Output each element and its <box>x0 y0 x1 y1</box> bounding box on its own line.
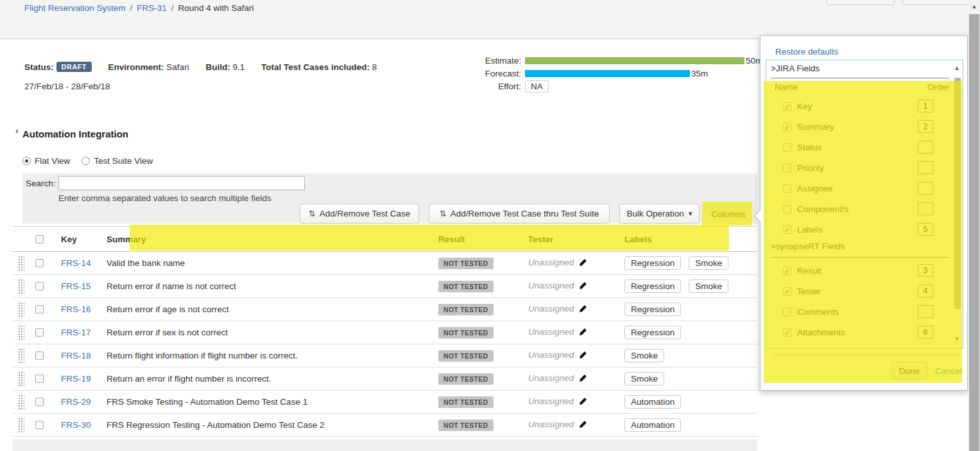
tester-value: Unassigned <box>528 281 574 290</box>
columns-button[interactable]: Columns <box>703 204 753 225</box>
order-input[interactable] <box>918 141 933 154</box>
edit-tester-pencil-icon[interactable] <box>579 281 587 292</box>
row-checkbox[interactable] <box>35 305 44 314</box>
bulk-operation-button[interactable]: Bulk Operation ▾ <box>619 204 700 224</box>
page-scrollbar[interactable]: ▲ <box>968 0 980 451</box>
label-badge: Regression <box>624 326 681 339</box>
row-checkbox[interactable] <box>35 421 44 429</box>
top-partial-button[interactable] <box>827 0 895 5</box>
key-link[interactable]: FRS-15 <box>61 281 91 291</box>
breadcrumb-link-project[interactable]: Flight Reservation System <box>24 3 126 13</box>
breadcrumb-current: Round 4 with Safari <box>178 3 254 13</box>
status-summary: Status: DRAFT Environment: Safari Build:… <box>24 62 391 72</box>
drag-handle-icon[interactable] <box>18 394 24 410</box>
listbox-scroll-down-icon[interactable]: ▼ <box>954 335 960 342</box>
field-checkbox[interactable]: ✓ <box>783 102 791 111</box>
field-checkbox[interactable]: ✓ <box>783 226 791 234</box>
order-input[interactable] <box>918 202 933 215</box>
top-partial-button[interactable] <box>902 0 970 5</box>
edit-tester-pencil-icon[interactable] <box>579 420 587 430</box>
row-checkbox[interactable] <box>35 282 44 290</box>
field-checkbox[interactable]: ✓ <box>783 287 791 296</box>
key-link[interactable]: FRS-18 <box>61 351 91 360</box>
order-input[interactable] <box>918 326 933 339</box>
label-badge: Automation <box>624 395 681 409</box>
field-label: Assignee <box>797 184 833 193</box>
order-input[interactable] <box>918 161 933 174</box>
test-suite-view-radio[interactable] <box>82 157 90 165</box>
row-checkbox[interactable] <box>35 398 44 406</box>
field-checkbox[interactable] <box>783 143 791 152</box>
drag-handle-icon[interactable] <box>18 418 24 433</box>
field-checkbox[interactable]: ✓ <box>783 123 791 131</box>
scrollbar-thumb[interactable] <box>969 14 979 451</box>
select-all-checkbox[interactable] <box>35 235 44 243</box>
field-checkbox[interactable] <box>783 184 791 193</box>
field-checkbox[interactable]: ✓ <box>783 267 791 275</box>
cancel-link[interactable]: Cancel <box>935 366 962 376</box>
edit-tester-pencil-icon[interactable] <box>579 305 587 315</box>
flat-view-radio[interactable] <box>22 157 31 165</box>
result-badge: NOT TESTED <box>438 258 494 269</box>
build-value: 9.1 <box>232 62 245 72</box>
key-link[interactable]: FRS-19 <box>61 374 91 384</box>
order-input[interactable] <box>918 305 933 318</box>
order-input[interactable] <box>918 285 933 297</box>
drag-handle-icon[interactable] <box>18 302 24 317</box>
field-checkbox[interactable] <box>783 205 791 213</box>
row-checkbox[interactable] <box>35 259 44 267</box>
status-badge: DRAFT <box>56 62 92 72</box>
row-checkbox[interactable] <box>35 328 44 337</box>
add-remove-test-case-thru-suite-button[interactable]: ⇅ Add/Remove Test Case thru Test Suite <box>429 204 610 224</box>
build-label: Build: <box>205 62 230 72</box>
key-link[interactable]: FRS-30 <box>61 420 91 430</box>
field-checkbox[interactable]: ✓ <box>783 328 791 337</box>
key-link[interactable]: FRS-17 <box>61 328 91 337</box>
scrollbar-up-arrow-icon[interactable]: ▲ <box>968 0 980 13</box>
key-link[interactable]: FRS-29 <box>61 397 91 407</box>
field-label: Result <box>797 266 821 276</box>
search-input[interactable] <box>58 176 305 190</box>
listbox-scroll-up-icon[interactable]: ▲ <box>954 64 960 71</box>
key-link[interactable]: FRS-14 <box>61 258 91 268</box>
edit-tester-pencil-icon[interactable] <box>579 351 587 361</box>
breadcrumb-link-issue[interactable]: FRS-31 <box>137 3 167 13</box>
field-row: ✓ Attachments <box>766 324 952 340</box>
edit-tester-pencil-icon[interactable] <box>579 258 587 269</box>
columns-popup: Restore defaults >JIRA Fields Name Order… <box>760 35 968 391</box>
label-badge: Regression <box>624 279 681 293</box>
test-suite-view-label[interactable]: Test Suite View <box>94 156 153 166</box>
field-row: Status <box>766 139 952 155</box>
add-remove-test-case-button[interactable]: ⇅ Add/Remove Test Case <box>300 204 419 224</box>
flat-view-label[interactable]: Flat View <box>35 156 70 166</box>
edit-tester-pencil-icon[interactable] <box>579 397 587 407</box>
field-checkbox[interactable] <box>783 164 791 172</box>
drag-handle-icon[interactable] <box>18 325 24 340</box>
listbox-scrollbar-thumb[interactable] <box>954 78 961 309</box>
drag-handle-icon[interactable] <box>18 256 24 271</box>
restore-defaults-link[interactable]: Restore defaults <box>775 47 838 57</box>
row-checkbox[interactable] <box>35 375 44 383</box>
edit-tester-pencil-icon[interactable] <box>579 328 587 338</box>
edit-tester-pencil-icon[interactable] <box>579 374 587 384</box>
done-button[interactable]: Done <box>891 362 927 380</box>
popup-footer-divider <box>774 355 959 355</box>
tester-value: Unassigned <box>528 396 574 406</box>
row-checkbox[interactable] <box>35 351 44 360</box>
order-input[interactable] <box>918 182 933 195</box>
tester-value: Unassigned <box>528 258 574 267</box>
key-link[interactable]: FRS-16 <box>61 305 91 314</box>
drag-handle-icon[interactable] <box>18 348 24 364</box>
result-badge: NOT TESTED <box>438 281 494 292</box>
drag-handle-icon[interactable] <box>18 371 24 387</box>
field-checkbox[interactable] <box>783 308 791 316</box>
field-label: Tester <box>797 287 821 296</box>
order-input[interactable] <box>918 120 933 133</box>
order-input[interactable] <box>918 223 933 236</box>
order-input[interactable] <box>918 100 933 112</box>
drag-handle-icon[interactable] <box>18 279 24 294</box>
order-input[interactable] <box>918 264 933 277</box>
section-expand-icon[interactable]: › <box>15 126 18 136</box>
search-hint: Enter comma separated values to search m… <box>58 193 271 203</box>
column-fields-listbox: >JIRA Fields Name Order ✓ Key ✓ Summary … <box>766 60 963 349</box>
